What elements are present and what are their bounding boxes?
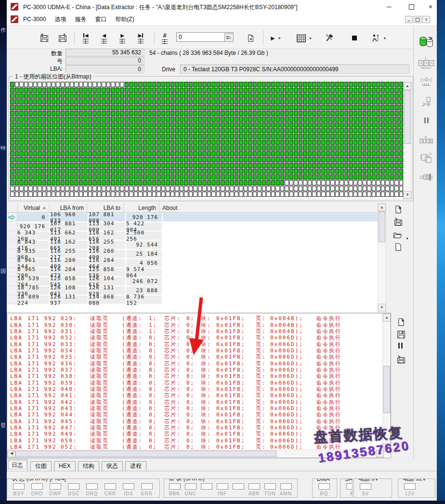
bitmap-cell [335, 88, 340, 93]
scrollbar-thumb[interactable] [379, 211, 385, 242]
adapter-button[interactable] [418, 173, 435, 181]
new-map-button[interactable] [394, 205, 405, 215]
chip-copy-button[interactable] [418, 152, 435, 164]
column-header-about[interactable]: About [159, 203, 379, 213]
open-map-dropdown[interactable]: ▼ [405, 233, 409, 243]
stop-button[interactable] [347, 31, 362, 45]
scrollbar-thumb[interactable] [15, 451, 276, 457]
minimize-button[interactable] [384, 2, 394, 12]
new-log-button[interactable] [397, 318, 407, 327]
scroll-down-button[interactable]: ▼ [378, 304, 386, 311]
pause-dock-button[interactable] [418, 117, 435, 123]
tab-HEX[interactable]: HEX [54, 461, 76, 471]
tools-button[interactable] [322, 31, 337, 45]
save-log-button[interactable] [397, 330, 407, 340]
mdi-close-button[interactable]: x [422, 16, 430, 23]
bitmap-cell [152, 105, 157, 110]
scrollbar-thumb[interactable] [404, 90, 411, 144]
tab-进程[interactable]: 进程 [125, 461, 146, 471]
tab-结构[interactable]: 结构 [78, 461, 99, 471]
goto-sector-button[interactable]: # [157, 31, 172, 45]
menu-item-3[interactable]: 服务 [75, 15, 86, 24]
bitmap-cell [294, 93, 298, 99]
save-task-button[interactable] [55, 31, 70, 45]
table-row[interactable]: 18 809 224126 131 937134 868 0888 736 15… [7, 295, 379, 304]
next-sector-button[interactable]: ▶ [115, 31, 130, 45]
blank-map-button[interactable] [394, 243, 405, 252]
save-as-log-button[interactable] [397, 355, 407, 365]
bitmap-cell [353, 116, 358, 122]
mdi-minimize-button[interactable] [405, 16, 413, 23]
scroll-down-button[interactable]: ▼ [404, 191, 411, 199]
menu-item-1[interactable]: PC-3000 [23, 16, 46, 23]
bitmap-cell [70, 88, 74, 93]
chevron-down-icon: ▼ [383, 37, 387, 40]
bitmap-cell [70, 122, 74, 128]
bitmap-cell [88, 134, 92, 139]
relay-button[interactable] [418, 96, 435, 108]
menu-item-2[interactable]: 选项 [54, 15, 66, 24]
scroll-up-button[interactable]: ▲ [378, 204, 386, 211]
bitmap-cell [111, 116, 115, 122]
bitmap-cell [28, 88, 33, 93]
scroll-up-button[interactable]: ▲ [383, 314, 391, 322]
tab-状态[interactable]: 状态 [102, 461, 123, 471]
bitmap-cell [24, 88, 28, 93]
bitmap-cell [216, 82, 221, 87]
tabs-baseline [7, 471, 437, 471]
menu-item-4[interactable]: 窗口 [95, 15, 106, 24]
bitmap-cell [61, 192, 65, 197]
open-map-button[interactable] [393, 231, 404, 241]
measure-button[interactable]: ▷0◁ [418, 77, 435, 86]
database-button[interactable] [418, 36, 435, 50]
bitmap-cell [285, 99, 289, 104]
bitmap-cell [161, 140, 166, 145]
bitmap-cell [143, 105, 147, 110]
bitmap-cell [138, 105, 143, 110]
bitmap-cell [83, 163, 88, 168]
bitmap-cell [52, 186, 56, 191]
scroll-left-button[interactable]: ◀ [8, 450, 15, 457]
sector-view-button[interactable] [243, 31, 258, 45]
bitmap-cell [79, 93, 83, 99]
prev-sector-button[interactable]: ◀ [96, 31, 112, 45]
mdi-restore-button[interactable] [414, 16, 421, 23]
tab-日志[interactable]: 日志 [7, 459, 28, 471]
bitmap-cell [79, 128, 83, 133]
maximize-button[interactable] [406, 2, 417, 12]
bitmap-cell [24, 93, 28, 99]
column-header-virtual[interactable]: Virtual [18, 203, 50, 213]
goto-decimal-button[interactable]: D↓ [224, 33, 234, 42]
scrollbar-thumb[interactable] [383, 366, 390, 413]
grid-view-button[interactable]: ▼ [295, 31, 314, 45]
scroll-up-button[interactable]: ▲ [404, 82, 411, 90]
bitmap-cell [308, 128, 312, 133]
log-field: 0x006D); [270, 392, 314, 399]
bitmap-cell [385, 157, 390, 162]
fragment-button[interactable] [418, 135, 435, 144]
save-map-button[interactable] [394, 218, 405, 227]
menu-item-5[interactable]: 帮助(Z) [115, 15, 134, 24]
first-sector-button[interactable]: ◀ [78, 31, 93, 45]
reset-button[interactable]: 1↓ 000 RESET [418, 57, 435, 69]
bitmap-cell [372, 180, 376, 185]
column-header-length[interactable]: Length [124, 203, 159, 213]
bitmap-cell [24, 128, 28, 133]
pause-log-button[interactable] [398, 343, 409, 352]
open-task-button[interactable] [37, 31, 52, 45]
table-scrollbar[interactable]: ▲ ▼ [378, 203, 386, 313]
bitmap-cell [399, 93, 404, 99]
run-button[interactable]: ▶▼ [267, 31, 285, 45]
sector-bitmap-grid[interactable] [10, 82, 403, 198]
tab-位图[interactable]: 位图 [30, 461, 52, 471]
bitmap-cell [125, 93, 129, 99]
close-button[interactable]: × [425, 2, 436, 12]
bitmap-cell [385, 180, 390, 185]
bitmap-cell [180, 82, 184, 87]
bitmap-cell [363, 157, 367, 162]
bitmap-cell [381, 82, 385, 87]
profile-button[interactable]: ▼ [369, 31, 388, 45]
last-sector-button[interactable]: ▶ [133, 31, 148, 45]
led-label: CRR [101, 491, 119, 497]
bitmap-scrollbar[interactable]: ▲ ▼ [403, 82, 412, 199]
